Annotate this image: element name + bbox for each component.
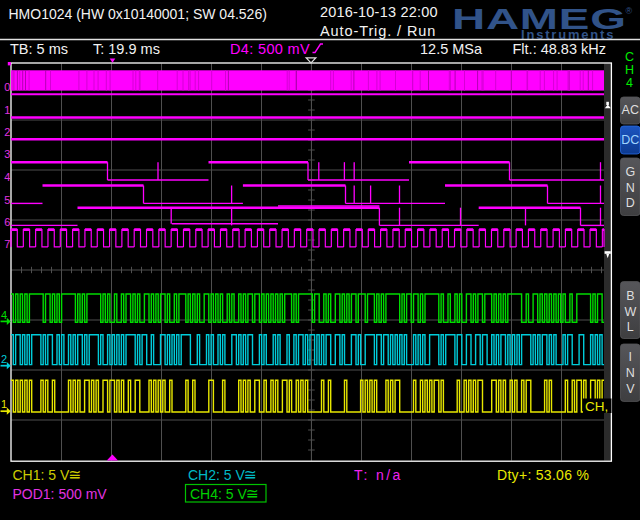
svg-text:CH4: 5 V: CH4: 5 V	[190, 486, 247, 502]
svg-text:Auto-Trig. / Run: Auto-Trig. / Run	[320, 23, 436, 39]
svg-text:Dty+: 53.06 %: Dty+: 53.06 %	[497, 467, 589, 483]
svg-text:N: N	[626, 181, 635, 195]
svg-text:4: 4	[1, 309, 7, 321]
svg-text:H: H	[625, 63, 634, 77]
svg-text:G: G	[625, 165, 635, 179]
svg-text:V: V	[626, 382, 635, 396]
svg-text:2: 2	[1, 353, 7, 365]
svg-text:4: 4	[4, 171, 10, 183]
svg-text:D4: 500 mV: D4: 500 mV	[230, 41, 310, 57]
svg-text:5: 5	[4, 194, 10, 206]
svg-text:2: 2	[4, 126, 10, 138]
svg-text:3: 3	[4, 148, 10, 160]
svg-text:DC: DC	[621, 133, 639, 147]
svg-text:®: ®	[626, 6, 633, 16]
svg-text:0: 0	[4, 81, 10, 93]
svg-text:POD1: 500 mV: POD1: 500 mV	[13, 486, 108, 502]
svg-text:1: 1	[4, 104, 10, 116]
svg-text:1: 1	[1, 398, 7, 410]
svg-text:AC: AC	[622, 103, 639, 117]
svg-text:CH,: CH,	[585, 399, 608, 414]
svg-text:D: D	[626, 196, 635, 210]
svg-text:Flt.: 48.83 kHz: Flt.: 48.83 kHz	[513, 41, 606, 57]
svg-text:7: 7	[4, 238, 10, 250]
svg-text:6: 6	[4, 216, 10, 228]
svg-text:W: W	[624, 305, 636, 319]
svg-text:CH2: 5 V: CH2: 5 V	[188, 467, 245, 483]
svg-text:CH1: 5 V: CH1: 5 V	[13, 467, 70, 483]
svg-text:I: I	[629, 350, 632, 364]
svg-text:T: 19.9 ms: T: 19.9 ms	[93, 41, 160, 57]
svg-text:L: L	[627, 320, 634, 334]
svg-text:C: C	[625, 50, 634, 64]
svg-text:2016-10-13 22:00: 2016-10-13 22:00	[320, 4, 438, 20]
svg-text:T: n/a: T: n/a	[354, 467, 403, 483]
svg-text:12.5 MSa: 12.5 MSa	[420, 41, 483, 57]
svg-text:≅: ≅	[244, 466, 257, 483]
svg-text:≅: ≅	[246, 485, 259, 502]
svg-text:4: 4	[626, 76, 633, 90]
svg-text:TB: 5 ms: TB: 5 ms	[10, 41, 68, 57]
svg-text:≅: ≅	[69, 466, 82, 483]
svg-text:HMO1024 (HW 0x10140001; SW 04.: HMO1024 (HW 0x10140001; SW 04.526)	[9, 6, 267, 22]
svg-text:B: B	[626, 289, 634, 303]
svg-text:N: N	[626, 366, 635, 380]
